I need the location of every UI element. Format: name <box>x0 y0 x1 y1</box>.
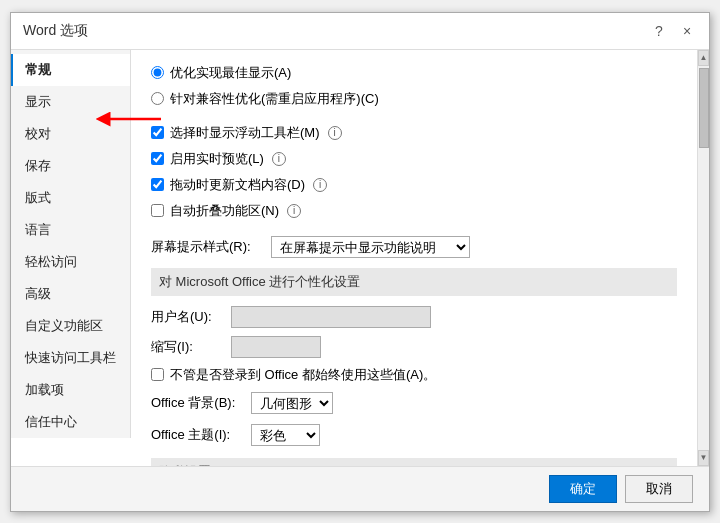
checkbox-mini-toolbar[interactable] <box>151 126 164 139</box>
sidebar-item-save[interactable]: 保存 <box>11 150 130 182</box>
dialog-footer: 确定 取消 <box>11 466 709 511</box>
dialog-body: 常规 显示 校对 保存 版式 语言 轻松访问 <box>11 50 709 466</box>
title-icons: ? × <box>649 21 697 41</box>
checkbox-row-toolbar: 选择时显示浮动工具栏(M) i <box>151 124 677 142</box>
info-icon-1[interactable]: i <box>328 126 342 140</box>
checkbox-always-use[interactable] <box>151 368 164 381</box>
checkbox-drag-update-label: 拖动时更新文档内容(D) <box>170 176 305 194</box>
checkbox-collapse-ribbon-label: 自动折叠功能区(N) <box>170 202 279 220</box>
sidebar-item-quick-access[interactable]: 快速访问工具栏 <box>11 342 130 374</box>
initials-input[interactable] <box>231 336 321 358</box>
privacy-header: 隐私设置 <box>151 458 677 466</box>
checkbox-mini-toolbar-label: 选择时显示浮动工具栏(M) <box>170 124 320 142</box>
checkbox-live-preview[interactable] <box>151 152 164 165</box>
checkbox-collapse-ribbon[interactable] <box>151 204 164 217</box>
sidebar-item-format[interactable]: 版式 <box>11 182 130 214</box>
office-background-select[interactable]: 几何图形 无背景 春天 夏天 <box>251 392 333 414</box>
radio-row-2: 针对兼容性优化(需重启应用程序)(C) <box>151 90 677 108</box>
info-icon-3[interactable]: i <box>313 178 327 192</box>
checkbox-live-preview-label: 启用实时预览(L) <box>170 150 264 168</box>
sidebar-item-advanced[interactable]: 高级 <box>11 278 130 310</box>
scrollbar: ▲ ▼ <box>697 50 709 466</box>
radio-row-1: 优化实现最佳显示(A) <box>151 64 677 82</box>
sidebar-item-language[interactable]: 语言 <box>11 214 130 246</box>
initials-label: 缩写(I): <box>151 338 231 356</box>
always-use-row: 不管是否登录到 Office 都始终使用这些值(A)。 <box>151 366 677 384</box>
cancel-button[interactable]: 取消 <box>625 475 693 503</box>
office-theme-label: Office 主题(I): <box>151 426 251 444</box>
radio-compat[interactable] <box>151 92 164 105</box>
screentip-select[interactable]: 在屏幕提示中显示功能说明 不在屏幕提示中显示功能说明 不显示屏幕提示 <box>271 236 470 258</box>
word-options-dialog: Word 选项 ? × 常规 显示 校对 保存 <box>10 12 710 512</box>
dialog-title: Word 选项 <box>23 22 88 40</box>
radio-best-display-label: 优化实现最佳显示(A) <box>170 64 291 82</box>
info-icon-2[interactable]: i <box>272 152 286 166</box>
sidebar-item-addins[interactable]: 加载项 <box>11 374 130 406</box>
initials-row: 缩写(I): <box>151 336 677 358</box>
help-button[interactable]: ? <box>649 21 669 41</box>
username-input[interactable] <box>231 306 431 328</box>
checkbox-always-use-label: 不管是否登录到 Office 都始终使用这些值(A)。 <box>170 366 436 384</box>
ui-options-section: 选择时显示浮动工具栏(M) i 启用实时预览(L) i 拖动时更新文档内容(D)… <box>151 124 677 220</box>
checkbox-drag-update[interactable] <box>151 178 164 191</box>
scroll-thumb[interactable] <box>699 68 709 148</box>
main-content-area: 优化实现最佳显示(A) 针对兼容性优化(需重启应用程序)(C) 选择时显示浮动工… <box>131 50 697 466</box>
display-options-section: 优化实现最佳显示(A) 针对兼容性优化(需重启应用程序)(C) <box>151 64 677 108</box>
checkbox-row-livepreview: 启用实时预览(L) i <box>151 150 677 168</box>
office-theme-row: Office 主题(I): 彩色 深灰色 黑色 白色 <box>151 424 677 446</box>
sidebar-item-display[interactable]: 显示 <box>11 86 130 118</box>
screentip-row: 屏幕提示样式(R): 在屏幕提示中显示功能说明 不在屏幕提示中显示功能说明 不显… <box>151 236 677 258</box>
scroll-down-button[interactable]: ▼ <box>698 450 709 466</box>
sidebar-item-trust-center[interactable]: 信任中心 <box>11 406 130 438</box>
sidebar-list: 常规 显示 校对 保存 版式 语言 轻松访问 <box>11 50 131 438</box>
office-background-row: Office 背景(B): 几何图形 无背景 春天 夏天 <box>151 392 677 414</box>
sidebar-item-general[interactable]: 常规 <box>11 54 130 86</box>
sidebar: 常规 显示 校对 保存 版式 语言 轻松访问 <box>11 50 131 466</box>
office-theme-select[interactable]: 彩色 深灰色 黑色 白色 <box>251 424 320 446</box>
close-button[interactable]: × <box>677 21 697 41</box>
scroll-up-button[interactable]: ▲ <box>698 50 709 66</box>
sidebar-item-customize-ribbon[interactable]: 自定义功能区 <box>11 310 130 342</box>
ok-button[interactable]: 确定 <box>549 475 617 503</box>
info-icon-4[interactable]: i <box>287 204 301 218</box>
checkbox-row-drag-update: 拖动时更新文档内容(D) i <box>151 176 677 194</box>
sidebar-item-proofing[interactable]: 校对 <box>11 118 130 150</box>
username-label: 用户名(U): <box>151 308 231 326</box>
radio-best-display[interactable] <box>151 66 164 79</box>
sidebar-item-accessibility[interactable]: 轻松访问 <box>11 246 130 278</box>
personalization-header: 对 Microsoft Office 进行个性化设置 <box>151 268 677 296</box>
radio-compat-label: 针对兼容性优化(需重启应用程序)(C) <box>170 90 379 108</box>
dialog-titlebar: Word 选项 ? × <box>11 13 709 50</box>
username-row: 用户名(U): <box>151 306 677 328</box>
checkbox-row-collapse-ribbon: 自动折叠功能区(N) i <box>151 202 677 220</box>
office-background-label: Office 背景(B): <box>151 394 251 412</box>
screentip-label: 屏幕提示样式(R): <box>151 238 271 256</box>
